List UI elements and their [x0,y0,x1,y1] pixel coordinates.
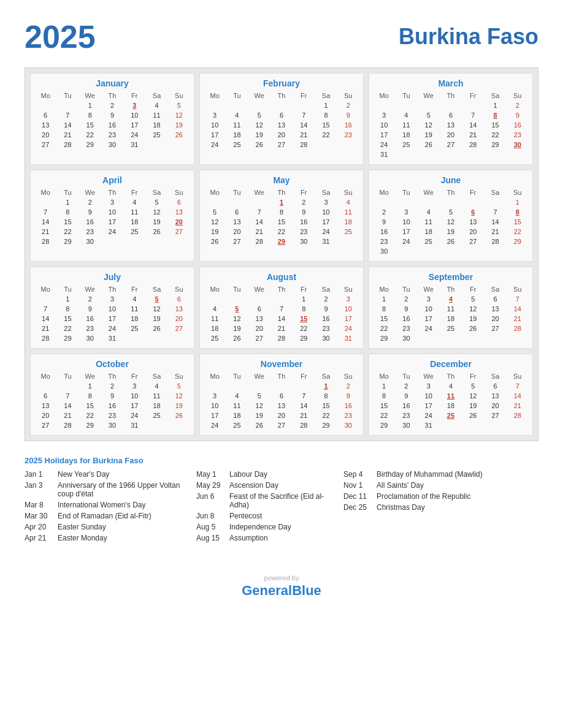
day-cell: 18 [226,411,248,420]
day-cell: 8 [315,391,337,401]
day-cell: 4 [145,100,167,110]
day-cell: 15 [56,314,79,324]
day-cell: 28 [507,411,529,420]
empty-cell [440,100,462,110]
holiday-name: Assumption [229,534,268,542]
day-cell: 29 [56,333,79,343]
day-cell: 29 [315,420,337,430]
holiday-date: Dec 25 [343,503,373,512]
day-cell: 2 [315,294,337,304]
day-cell: 16 [395,314,417,324]
day-cell: 21 [507,401,529,411]
day-cell: 8 [56,207,79,217]
month-name-february: February [204,78,359,88]
day-grid-january: MoTuWeThFrSaSu12345678910111213141516171… [34,91,190,150]
holiday-item: Mar 30End of Ramadan (Eid al-Fitr) [25,512,196,520]
day-header: Fr [123,371,145,381]
day-grid-november: MoTuWeThFrSaSu12345678910111213141516171… [204,371,359,430]
day-cell: 29 [373,333,395,343]
day-cell: 12 [145,304,167,314]
day-cell: 22 [270,227,293,237]
month-name-march: March [373,78,529,88]
day-header: Mo [204,91,226,100]
day-cell: 27 [248,333,270,343]
day-cell: 24 [337,324,359,333]
day-cell: 27 [34,420,56,430]
day-header: Th [101,91,123,100]
day-cell: 28 [34,333,56,343]
day-cell: 26 [462,411,484,420]
day-cell: 8 [373,391,395,401]
day-cell: 15 [79,120,101,130]
day-cell: 6 [226,207,248,217]
day-header: Mo [373,284,395,294]
day-header: We [248,284,270,294]
day-cell: 18 [123,314,145,324]
day-cell: 15 [373,401,395,411]
day-cell: 3 [101,197,123,207]
day-cell: 29 [270,237,293,246]
day-cell: 23 [373,237,395,246]
day-cell: 7 [34,304,56,314]
day-cell: 6 [484,381,506,391]
day-cell: 30 [293,237,315,246]
day-header: Th [440,91,462,100]
day-cell: 5 [168,381,190,391]
day-cell: 26 [168,411,190,420]
day-cell: 4 [145,381,167,391]
day-cell: 2 [101,381,123,391]
day-cell: 28 [507,324,529,333]
day-cell: 25 [395,140,417,150]
day-cell: 27 [270,420,293,430]
holiday-name: Birthday of Muhammad (Mawlid) [377,470,483,479]
month-name-january: January [34,78,190,88]
day-cell: 26 [145,324,167,333]
day-header: We [418,284,440,294]
holiday-name: Easter Sunday [58,523,106,531]
day-cell: 27 [462,237,484,246]
holiday-name: New Year's Day [58,470,109,479]
day-cell: 17 [395,227,417,237]
month-block-october: OctoberMoTuWeThFrSaSu1234567891011121314… [30,354,194,436]
day-cell: 29 [484,140,506,150]
month-name-october: October [34,359,190,369]
day-cell: 23 [293,227,315,237]
empty-cell [226,294,248,304]
day-cell: 20 [248,324,270,333]
day-header: Su [337,188,359,197]
holidays-title: 2025 Holidays for Burkina Faso [25,456,538,465]
day-cell: 23 [337,130,359,140]
day-cell: 1 [79,381,101,391]
day-cell: 20 [270,411,293,420]
day-header: Tu [56,91,79,100]
day-header: Tu [226,91,248,100]
day-cell: 15 [56,217,79,227]
day-cell: 5 [226,304,248,314]
day-header: Mo [34,371,56,381]
day-cell: 24 [395,237,417,246]
day-cell: 4 [337,197,359,207]
day-cell: 16 [337,120,359,130]
day-cell: 4 [440,381,462,391]
day-cell: 7 [507,294,529,304]
day-cell: 26 [204,237,226,246]
day-cell: 6 [248,304,270,314]
day-cell: 31 [373,150,395,159]
day-cell: 21 [484,227,506,237]
day-header: Tu [395,91,417,100]
day-cell: 27 [270,140,293,150]
day-cell: 19 [226,324,248,333]
day-cell: 25 [440,411,462,420]
day-header: Fr [123,188,145,197]
day-cell: 25 [145,411,167,420]
day-header: Sa [315,284,337,294]
month-block-august: AugustMoTuWeThFrSaSu12345678910111213141… [199,267,364,349]
month-block-november: NovemberMoTuWeThFrSaSu123456789101112131… [199,354,364,436]
day-cell: 22 [79,411,101,420]
empty-cell [395,197,417,207]
day-cell: 19 [462,314,484,324]
day-cell: 18 [226,130,248,140]
day-cell: 16 [395,401,417,411]
day-cell: 17 [315,217,337,227]
year-title: 2025 [25,18,96,55]
